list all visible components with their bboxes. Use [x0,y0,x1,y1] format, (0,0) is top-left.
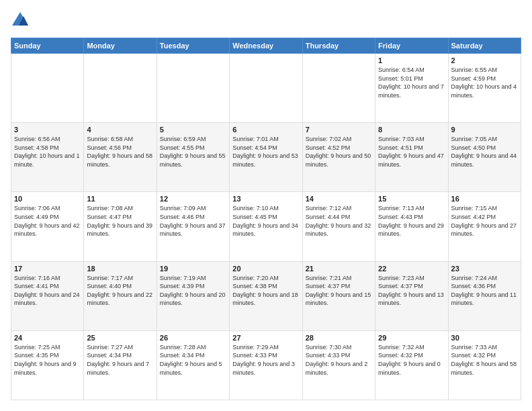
day-info: Sunrise: 7:25 AM Sunset: 4:35 PM Dayligh… [14,343,81,377]
calendar-cell-5-2: 25Sunrise: 7:27 AM Sunset: 4:34 PM Dayli… [84,330,157,400]
day-info: Sunrise: 7:21 AM Sunset: 4:37 PM Dayligh… [306,274,372,308]
day-info: Sunrise: 7:08 AM Sunset: 4:47 PM Dayligh… [87,204,153,238]
calendar-cell-4-3: 19Sunrise: 7:19 AM Sunset: 4:39 PM Dayli… [157,261,229,330]
day-info: Sunrise: 7:10 AM Sunset: 4:45 PM Dayligh… [232,204,299,238]
day-info: Sunrise: 6:55 AM Sunset: 4:59 PM Dayligh… [451,66,518,99]
day-number: 5 [160,126,226,134]
calendar-cell-5-6: 29Sunrise: 7:32 AM Sunset: 4:32 PM Dayli… [375,330,448,400]
day-number: 26 [160,334,226,342]
day-info: Sunrise: 7:03 AM Sunset: 4:51 PM Dayligh… [378,135,445,169]
day-number: 4 [87,126,153,134]
day-info: Sunrise: 7:13 AM Sunset: 4:43 PM Dayligh… [378,204,445,238]
day-number: 19 [160,265,226,273]
calendar-header-friday: Friday [375,38,448,54]
day-number: 30 [451,334,518,342]
day-info: Sunrise: 7:09 AM Sunset: 4:46 PM Dayligh… [160,204,226,238]
day-info: Sunrise: 7:01 AM Sunset: 4:54 PM Dayligh… [232,135,299,169]
day-number: 22 [378,265,445,273]
calendar-cell-4-5: 21Sunrise: 7:21 AM Sunset: 4:37 PM Dayli… [302,261,375,330]
page: SundayMondayTuesdayWednesdayThursdayFrid… [0,0,532,411]
day-info: Sunrise: 6:59 AM Sunset: 4:55 PM Dayligh… [160,135,226,169]
day-number: 14 [306,195,372,203]
calendar-cell-3-1: 10Sunrise: 7:06 AM Sunset: 4:49 PM Dayli… [11,192,84,261]
day-number: 6 [232,126,299,134]
day-number: 1 [378,56,445,64]
calendar-cell-5-7: 30Sunrise: 7:33 AM Sunset: 4:32 PM Dayli… [448,330,521,400]
calendar-cell-3-7: 16Sunrise: 7:15 AM Sunset: 4:42 PM Dayli… [448,192,521,261]
day-info: Sunrise: 7:02 AM Sunset: 4:52 PM Dayligh… [306,135,372,169]
day-number: 15 [378,195,445,203]
calendar-cell-1-6: 1Sunrise: 6:54 AM Sunset: 5:01 PM Daylig… [375,54,448,123]
calendar-cell-1-5 [302,54,375,123]
day-number: 12 [160,195,226,203]
calendar-cell-4-2: 18Sunrise: 7:17 AM Sunset: 4:40 PM Dayli… [84,261,157,330]
calendar-cell-1-7: 2Sunrise: 6:55 AM Sunset: 4:59 PM Daylig… [448,54,521,123]
day-info: Sunrise: 7:28 AM Sunset: 4:34 PM Dayligh… [160,343,226,377]
day-number: 17 [14,265,81,273]
day-info: Sunrise: 7:20 AM Sunset: 4:38 PM Dayligh… [232,274,299,308]
calendar-cell-1-1 [11,54,84,123]
calendar-cell-3-4: 13Sunrise: 7:10 AM Sunset: 4:45 PM Dayli… [230,192,302,261]
day-info: Sunrise: 7:15 AM Sunset: 4:42 PM Dayligh… [451,204,518,238]
calendar-cell-5-5: 28Sunrise: 7:30 AM Sunset: 4:33 PM Dayli… [302,330,375,400]
calendar-cell-4-4: 20Sunrise: 7:20 AM Sunset: 4:38 PM Dayli… [230,261,302,330]
day-number: 7 [306,126,372,134]
day-info: Sunrise: 7:23 AM Sunset: 4:37 PM Dayligh… [378,274,445,308]
calendar-week-5: 24Sunrise: 7:25 AM Sunset: 4:35 PM Dayli… [11,330,521,400]
day-number: 11 [87,195,153,203]
day-number: 24 [14,334,81,342]
day-number: 28 [306,334,372,342]
logo-icon [11,11,30,30]
logo [11,11,32,30]
day-number: 2 [451,56,518,64]
calendar-cell-4-6: 22Sunrise: 7:23 AM Sunset: 4:37 PM Dayli… [375,261,448,330]
calendar-cell-1-4 [230,54,302,123]
calendar-header-thursday: Thursday [302,38,375,54]
calendar-cell-4-7: 23Sunrise: 7:24 AM Sunset: 4:36 PM Dayli… [448,261,521,330]
day-number: 20 [232,265,299,273]
day-number: 29 [378,334,445,342]
calendar-cell-2-2: 4Sunrise: 6:58 AM Sunset: 4:56 PM Daylig… [84,123,157,192]
calendar-cell-2-4: 6Sunrise: 7:01 AM Sunset: 4:54 PM Daylig… [230,123,302,192]
calendar-cell-5-3: 26Sunrise: 7:28 AM Sunset: 4:34 PM Dayli… [157,330,229,400]
calendar-week-1: 1Sunrise: 6:54 AM Sunset: 5:01 PM Daylig… [11,54,521,123]
day-info: Sunrise: 7:30 AM Sunset: 4:33 PM Dayligh… [306,343,372,377]
day-number: 13 [232,195,299,203]
day-info: Sunrise: 6:54 AM Sunset: 5:01 PM Dayligh… [378,66,445,99]
day-number: 3 [14,126,81,134]
day-info: Sunrise: 7:33 AM Sunset: 4:32 PM Dayligh… [451,343,518,377]
day-info: Sunrise: 7:12 AM Sunset: 4:44 PM Dayligh… [306,204,372,238]
calendar-cell-1-3 [157,54,229,123]
calendar-cell-2-7: 9Sunrise: 7:05 AM Sunset: 4:50 PM Daylig… [448,123,521,192]
calendar-cell-1-2 [84,54,157,123]
day-info: Sunrise: 7:29 AM Sunset: 4:33 PM Dayligh… [232,343,299,377]
calendar-week-4: 17Sunrise: 7:16 AM Sunset: 4:41 PM Dayli… [11,261,521,330]
calendar-header-tuesday: Tuesday [157,38,229,54]
day-number: 21 [306,265,372,273]
calendar-cell-3-3: 12Sunrise: 7:09 AM Sunset: 4:46 PM Dayli… [157,192,229,261]
calendar-cell-5-1: 24Sunrise: 7:25 AM Sunset: 4:35 PM Dayli… [11,330,84,400]
day-number: 23 [451,265,518,273]
day-number: 10 [14,195,81,203]
calendar-header-monday: Monday [84,38,157,54]
day-info: Sunrise: 7:19 AM Sunset: 4:39 PM Dayligh… [160,274,226,308]
day-info: Sunrise: 7:32 AM Sunset: 4:32 PM Dayligh… [378,343,445,377]
header [11,11,521,30]
calendar-week-3: 10Sunrise: 7:06 AM Sunset: 4:49 PM Dayli… [11,192,521,261]
day-info: Sunrise: 6:56 AM Sunset: 4:58 PM Dayligh… [14,135,81,169]
day-number: 9 [451,126,518,134]
calendar-week-2: 3Sunrise: 6:56 AM Sunset: 4:58 PM Daylig… [11,123,521,192]
day-info: Sunrise: 6:58 AM Sunset: 4:56 PM Dayligh… [87,135,153,169]
calendar-cell-4-1: 17Sunrise: 7:16 AM Sunset: 4:41 PM Dayli… [11,261,84,330]
day-info: Sunrise: 7:17 AM Sunset: 4:40 PM Dayligh… [87,274,153,308]
calendar-cell-2-1: 3Sunrise: 6:56 AM Sunset: 4:58 PM Daylig… [11,123,84,192]
calendar-cell-2-5: 7Sunrise: 7:02 AM Sunset: 4:52 PM Daylig… [302,123,375,192]
day-number: 16 [451,195,518,203]
day-number: 18 [87,265,153,273]
calendar-cell-2-3: 5Sunrise: 6:59 AM Sunset: 4:55 PM Daylig… [157,123,229,192]
day-info: Sunrise: 7:16 AM Sunset: 4:41 PM Dayligh… [14,274,81,308]
day-number: 27 [232,334,299,342]
calendar-table: SundayMondayTuesdayWednesdayThursdayFrid… [11,38,521,400]
calendar-header-sunday: Sunday [11,38,84,54]
day-info: Sunrise: 7:27 AM Sunset: 4:34 PM Dayligh… [87,343,153,377]
